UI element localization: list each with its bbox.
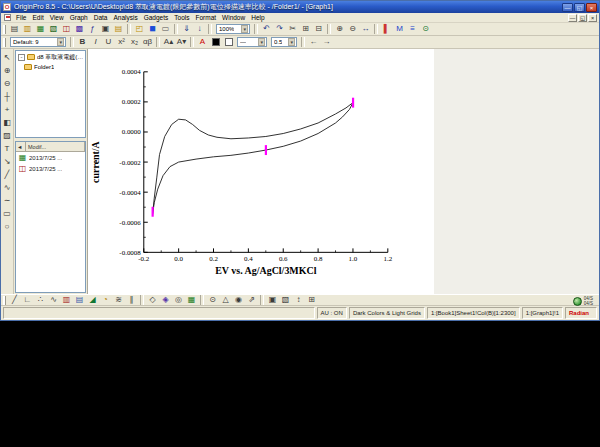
font-combo[interactable]: Default: 9▾ <box>10 37 66 47</box>
toolbar-grip[interactable] <box>3 25 6 34</box>
polar-plot-button[interactable]: ⊙ <box>206 295 219 306</box>
undo-button[interactable]: ↶ <box>260 23 273 35</box>
date-time-stamp-button[interactable]: ⊙ <box>419 23 432 35</box>
new-function-button[interactable]: ƒ <box>86 23 99 35</box>
toolbar-grip[interactable] <box>3 38 6 47</box>
pointer-tool-button[interactable]: ↖ <box>1 51 13 64</box>
copy-button[interactable]: ⊞ <box>299 23 312 35</box>
menu-item[interactable]: Help <box>248 14 267 21</box>
arrow-start-style-button[interactable]: ← <box>307 36 320 48</box>
3d-surface-plot-button[interactable]: ◈ <box>159 295 172 306</box>
menu-item[interactable]: Window <box>219 14 248 21</box>
contour-plot-button[interactable]: ◎ <box>172 295 185 306</box>
double-y-plot-button[interactable]: ∥ <box>125 295 138 306</box>
line-style-combo[interactable]: —▾ <box>237 37 267 47</box>
new-workbook-button[interactable]: ▦ <box>34 23 47 35</box>
column-plot-button[interactable]: ▥ <box>60 295 73 306</box>
new-matrix-button[interactable]: ▩ <box>73 23 86 35</box>
mdi-restore-button[interactable]: ◱ <box>578 14 587 22</box>
dropdown-arrow-icon[interactable]: ▾ <box>241 25 248 33</box>
menu-item[interactable]: Gadgets <box>141 14 172 21</box>
menu-item[interactable]: Data <box>91 14 111 21</box>
dropdown-arrow-icon[interactable]: ▾ <box>258 38 265 46</box>
subscript-button[interactable]: x₂ <box>128 36 141 48</box>
italic-button[interactable]: I <box>89 36 102 48</box>
image-plot-button[interactable]: ▦ <box>185 295 198 306</box>
rescale-to-show-all-button[interactable]: ↔ <box>359 23 372 35</box>
scroll-columns-left-button[interactable]: ◄ <box>16 142 26 151</box>
stacked-lines-plot-button[interactable]: ≋ <box>112 295 125 306</box>
increase-font-button[interactable]: A▴ <box>162 36 175 48</box>
redo-button[interactable]: ↷ <box>273 23 286 35</box>
new-folder-button[interactable]: ▥ <box>21 23 34 35</box>
polyline-tool-button[interactable]: ∿ <box>1 181 13 194</box>
graph-window-icon[interactable] <box>4 14 11 21</box>
fill-color-button[interactable] <box>209 36 222 48</box>
bar-plot-button[interactable]: ▤ <box>73 295 86 306</box>
cursor-marker[interactable] <box>152 207 154 217</box>
line-symbol-plot-button[interactable]: ∿ <box>47 295 60 306</box>
import-wizard-button[interactable]: ⇓ <box>180 23 193 35</box>
line-color-button[interactable] <box>222 36 235 48</box>
data-reader-tool-button[interactable]: ┼ <box>1 90 13 103</box>
print-button[interactable]: ▭ <box>159 23 172 35</box>
tree-item-project-root[interactable]: - d8 萃取液電鍍(銀鈀參數前) <box>16 52 85 62</box>
bold-button[interactable]: B <box>76 36 89 48</box>
cursor-marker[interactable] <box>265 145 267 155</box>
chart[interactable]: -0.20.00.20.40.60.81.01.20.00040.00020.0… <box>88 49 599 294</box>
file-row-graph1[interactable]: ◫ 2013/7/25 ... <box>16 163 85 174</box>
area-plot-button[interactable]: ◢ <box>86 295 99 306</box>
menu-item[interactable]: Analysis <box>110 14 140 21</box>
new-layout-button[interactable]: ▣ <box>99 23 112 35</box>
freehand-draw-tool-button[interactable]: ∼ <box>1 194 13 207</box>
line-plot-button[interactable]: ╱ <box>8 295 21 306</box>
cv-curve[interactable] <box>153 103 353 215</box>
screen-reader-tool-button[interactable]: + <box>1 103 13 116</box>
vector-plot-button[interactable]: ⇗ <box>245 295 258 306</box>
collapse-icon[interactable]: - <box>18 54 25 61</box>
zoom-combo[interactable]: 100%▾ <box>216 24 250 34</box>
zoom-in-tool-button[interactable]: ⊕ <box>1 64 13 77</box>
titlebar[interactable]: O OriginPro 8.5 - C:\Users\U\Desktop\d8 … <box>1 1 599 13</box>
smith-chart-button[interactable]: ◉ <box>232 295 245 306</box>
zoom-in-button[interactable]: ⊕ <box>333 23 346 35</box>
restore-button[interactable]: ◱ <box>574 3 585 12</box>
new-notes-button[interactable]: ▤ <box>112 23 125 35</box>
file-row-book1[interactable]: ▦ 2013/7/25 ... <box>16 152 85 163</box>
graph-gallery-button[interactable]: ▧ <box>279 295 292 306</box>
import-ascii-button[interactable]: ↓ <box>193 23 206 35</box>
new-excel-button[interactable]: ▧ <box>47 23 60 35</box>
save-project-button[interactable]: ◼ <box>146 23 159 35</box>
mask-tool-button[interactable]: ▨ <box>1 129 13 142</box>
menu-item[interactable]: Format <box>192 14 219 21</box>
text-tool-button[interactable]: T <box>1 142 13 155</box>
menu-item[interactable]: Graph <box>67 14 91 21</box>
data-selector-tool-button[interactable]: ◧ <box>1 116 13 129</box>
dropdown-arrow-icon[interactable]: ▾ <box>57 38 64 46</box>
arrow-tool-button[interactable]: ↘ <box>1 155 13 168</box>
add-xy-scaler-button[interactable]: M <box>393 23 406 35</box>
add-legend-button[interactable]: ≡ <box>406 23 419 35</box>
3d-scatter-plot-button[interactable]: ◇ <box>146 295 159 306</box>
superscript-button[interactable]: x² <box>115 36 128 48</box>
dropdown-arrow-icon[interactable]: ▾ <box>288 38 295 46</box>
pie-chart-button[interactable]: ◔ <box>99 295 112 306</box>
new-graph-button[interactable]: ◫ <box>60 23 73 35</box>
cursor-marker[interactable] <box>352 98 354 108</box>
greek-button[interactable]: αβ <box>141 36 154 48</box>
menu-item[interactable]: File <box>13 14 29 21</box>
menu-item[interactable]: View <box>47 14 67 21</box>
line-tool-button[interactable]: ╱ <box>1 168 13 181</box>
zoom-out-tool-button[interactable]: ⊖ <box>1 77 13 90</box>
line-width-combo[interactable]: 0.5▾ <box>271 37 297 47</box>
new-project-button[interactable]: ▤ <box>8 23 21 35</box>
rectangle-tool-button[interactable]: ▭ <box>1 207 13 220</box>
decrease-font-button[interactable]: A▾ <box>175 36 188 48</box>
cut-button[interactable]: ✂ <box>286 23 299 35</box>
mdi-minimize-button[interactable]: — <box>568 14 577 22</box>
menu-item[interactable]: Tools <box>171 14 192 21</box>
underline-button[interactable]: U <box>102 36 115 48</box>
fit-page-button[interactable]: ↕ <box>292 295 305 306</box>
menu-item[interactable]: Edit <box>29 14 46 21</box>
minimize-button[interactable]: — <box>562 3 573 12</box>
